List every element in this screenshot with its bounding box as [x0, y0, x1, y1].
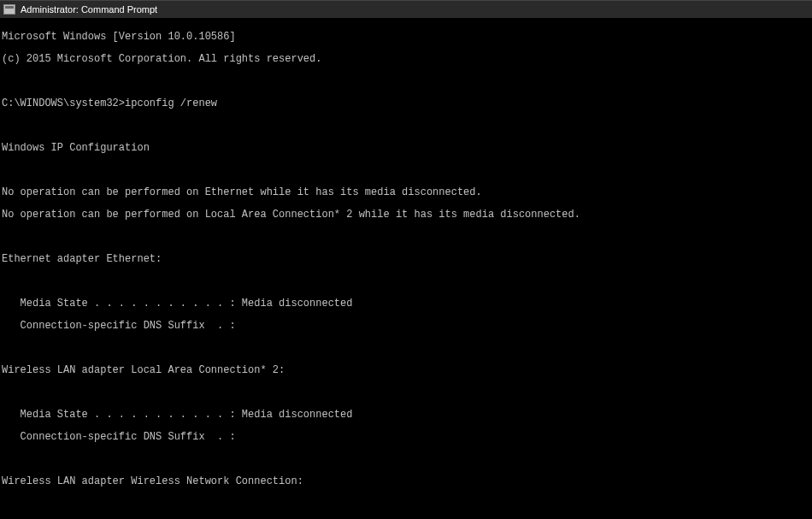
cmd-icon — [3, 4, 15, 15]
output-line — [2, 76, 810, 87]
output-line — [2, 121, 810, 132]
output-line: No operation can be performed on Local A… — [2, 209, 810, 221]
output-line: No operation can be performed on Etherne… — [2, 187, 810, 198]
output-line: Wireless LAN adapter Wireless Network Co… — [2, 476, 810, 487]
window-title: Administrator: Command Prompt — [21, 4, 157, 15]
output-line — [2, 454, 810, 465]
prompt-line: C:\WINDOWS\system32>ipconfig /renew — [2, 98, 810, 109]
output-line: Wireless LAN adapter Local Area Connecti… — [2, 365, 810, 376]
output-line — [2, 498, 810, 510]
output-line — [2, 387, 810, 398]
output-line: (c) 2015 Microsoft Corporation. All righ… — [2, 54, 810, 65]
output-line — [2, 343, 810, 354]
output-line: Media State . . . . . . . . . . . : Medi… — [2, 410, 810, 421]
output-line: Connection-specific DNS Suffix . : — [2, 432, 810, 443]
output-line: Connection-specific DNS Suffix . : — [2, 321, 810, 332]
output-line: Microsoft Windows [Version 10.0.10586] — [2, 32, 810, 43]
output-line: Ethernet adapter Ethernet: — [2, 254, 810, 265]
output-line: Media State . . . . . . . . . . . : Medi… — [2, 298, 810, 310]
output-line — [2, 165, 810, 176]
terminal-output[interactable]: Microsoft Windows [Version 10.0.10586] (… — [0, 19, 812, 519]
output-line — [2, 232, 810, 243]
window-titlebar[interactable]: Administrator: Command Prompt — [0, 0, 812, 19]
output-line — [2, 276, 810, 287]
output-line: Windows IP Configuration — [2, 143, 810, 154]
